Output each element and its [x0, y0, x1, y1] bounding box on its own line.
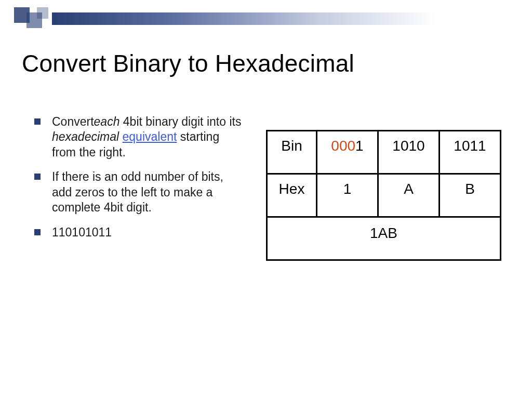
padded-zeros: 000	[331, 138, 355, 154]
result-cell: 1AB	[267, 217, 501, 260]
slide-title: Convert Binary to Hexadecimal	[22, 49, 354, 77]
list-item: 110101011	[34, 225, 245, 240]
row-label-hex: Hex	[267, 174, 317, 217]
table-row: 1AB	[267, 217, 501, 260]
text-italic: each	[94, 115, 120, 128]
slide-top-decor	[0, 8, 532, 27]
conversion-table-wrap: Bin 0001 1010 1011 Hex 1 A B 1AB	[266, 130, 501, 261]
bin-digit: 1	[355, 138, 364, 154]
hex-cell-2: A	[378, 174, 440, 217]
decor-squares	[14, 7, 56, 28]
row-label-bin: Bin	[267, 131, 317, 174]
list-item: Converteach 4bit binary digit into its h…	[34, 114, 245, 160]
decor-square	[37, 7, 48, 19]
table-row: Hex 1 A B	[267, 174, 501, 217]
bin-cell-2: 1010	[378, 131, 440, 174]
text-italic: hexadecimal	[52, 130, 119, 143]
table-row: Bin 0001 1010 1011	[267, 131, 501, 174]
text: 4bit binary digit into its	[119, 115, 241, 128]
hex-cell-1: 1	[317, 174, 378, 217]
decor-gradient-bar	[52, 12, 532, 25]
bin-cell-1: 0001	[317, 131, 378, 174]
bullet-list: Converteach 4bit binary digit into its h…	[34, 114, 245, 249]
equivalent-link[interactable]: equivalent	[123, 130, 177, 143]
hex-cell-3: B	[440, 174, 501, 217]
bin-cell-3: 1011	[440, 131, 501, 174]
conversion-table: Bin 0001 1010 1011 Hex 1 A B 1AB	[266, 130, 501, 261]
text: Convert	[52, 115, 94, 128]
list-item: If there is an odd number of bits, add z…	[34, 169, 245, 215]
